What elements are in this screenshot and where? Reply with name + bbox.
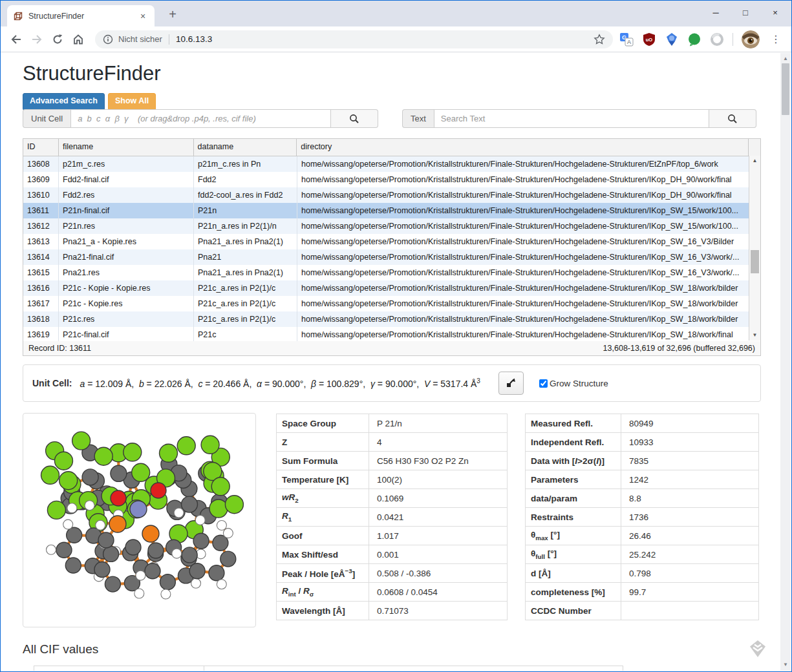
cell-dataname: p21m_c.res in Pn	[194, 156, 297, 172]
reload-icon[interactable]	[47, 29, 68, 50]
page-scrollbar-thumb[interactable]	[782, 63, 789, 115]
property-label: Temperature [K]	[277, 470, 369, 489]
property-value: 80949	[621, 414, 759, 433]
property-row: θmax [°] 26.46	[526, 527, 759, 545]
cell-filename: P21n.res	[59, 218, 194, 234]
table-row[interactable]: 13615 Pna21.res Pna21_a.res in Pna2(1) h…	[23, 265, 760, 280]
all-cif-heading: All CIF values	[23, 642, 98, 656]
page-scrollbar[interactable]: ▲ ▼	[780, 53, 791, 671]
gem-extension-icon[interactable]	[665, 32, 679, 47]
profile-avatar[interactable]	[742, 30, 760, 48]
table-row[interactable]: 13613 Pna21_a - Kopie.res Pna21_a.res in…	[23, 234, 760, 249]
scroll-up-icon[interactable]: ▲	[780, 54, 791, 63]
info-icon[interactable]	[103, 34, 113, 45]
cell-directory: home/wissang/opeterse/Promotion/Kristall…	[297, 327, 750, 342]
ublock-icon[interactable]: uO	[642, 32, 656, 47]
home-icon[interactable]	[68, 29, 89, 50]
scroll-down-icon[interactable]: ▼	[780, 660, 791, 669]
browser-window: StructureFinder × + ─ □ × Nicht sicher 1…	[0, 0, 792, 672]
property-value: 100(2)	[369, 470, 508, 489]
property-value: 26.46	[621, 527, 759, 545]
table-row[interactable]: 13614 Pna21-final.cif Pna21 home/wissang…	[23, 249, 760, 265]
cell-import-icon	[505, 377, 517, 389]
table-row[interactable]: 13616 P21c - Kopie - Kopie.res P21c_a.re…	[23, 280, 760, 296]
minimize-button[interactable]: ─	[701, 1, 731, 25]
table-scrollbar-thumb[interactable]	[751, 250, 759, 273]
property-value: 0.798	[621, 564, 759, 583]
text-search-input[interactable]	[434, 109, 709, 128]
results-table-body: 13608 p21m_c.res p21m_c.res in Pn home/w…	[23, 156, 760, 342]
translate-icon[interactable]: GA	[619, 32, 634, 47]
property-label: Parameters	[526, 470, 621, 489]
url-text[interactable]: 10.6.13.3	[176, 34, 594, 44]
properties-table-right: Measured Refl. 80949 Independent Refl. 1…	[525, 414, 759, 620]
table-row[interactable]: 13608 p21m_c.res p21m_c.res in Pn home/w…	[23, 156, 760, 172]
table-row[interactable]: 13609 Fdd2-final.cif Fdd2 home/wissang/o…	[23, 172, 760, 187]
cell-directory: home/wissang/opeterse/Promotion/Kristall…	[297, 280, 750, 296]
property-value: 1.017	[369, 527, 508, 545]
table-row[interactable]: 13618 P21c.res P21c_a.res in P2(1)/c hom…	[23, 311, 760, 327]
maximize-button[interactable]: □	[731, 1, 760, 25]
column-header-id[interactable]: ID	[23, 139, 59, 156]
cell-directory: home/wissang/opeterse/Promotion/Kristall…	[297, 187, 750, 203]
advanced-search-button[interactable]: Advanced Search	[23, 93, 105, 110]
unit-cell-search-input[interactable]	[70, 109, 331, 128]
property-row: Temperature [K] 100(2)	[277, 470, 508, 489]
property-value: 0.0421	[369, 508, 508, 527]
property-row: Z 4	[277, 433, 508, 452]
table-row[interactable]: 13612 P21n.res P21n_a.res in P2(1)/n hom…	[23, 218, 760, 234]
table-scrollbar[interactable]: ▲ ▼	[749, 156, 760, 341]
gray-extension-icon[interactable]	[710, 32, 724, 47]
property-label: Independent Refl.	[526, 433, 621, 452]
text-search-button[interactable]	[709, 109, 756, 128]
property-value: 8.8	[621, 489, 759, 508]
address-bar[interactable]: Nicht sicher 10.6.13.3	[95, 30, 613, 48]
table-scroll-down-icon[interactable]: ▼	[749, 331, 760, 340]
show-all-button[interactable]: Show All	[108, 93, 156, 110]
unit-cell-caption: Unit Cell:	[32, 378, 72, 388]
close-button[interactable]: ×	[760, 1, 790, 25]
property-label: θfull [°]	[526, 545, 621, 564]
back-icon[interactable]	[6, 29, 27, 50]
table-row[interactable]: 13610 Fdd2.res fdd2-cool_a.res in Fdd2 h…	[23, 187, 760, 203]
unitcell-favicon	[13, 11, 23, 21]
cell-id: 13615	[23, 265, 59, 280]
table-row[interactable]: 13611 P21n-final.cif P21n home/wissang/o…	[23, 203, 760, 218]
table-row[interactable]: 13617 P21c - Kopie.res P21c_a.res in P2(…	[23, 296, 760, 311]
unit-cell-search-button[interactable]	[331, 109, 378, 128]
cell-id: 13617	[23, 296, 59, 311]
property-row: Max Shift/esd 0.001	[277, 545, 508, 564]
browser-tab[interactable]: StructureFinder ×	[7, 5, 155, 26]
table-row[interactable]: 13619 P21c-final.cif P21c home/wissang/o…	[23, 327, 760, 342]
tab-close-icon[interactable]: ×	[137, 11, 149, 21]
cell-action-button[interactable]	[498, 372, 524, 395]
column-header-dataname[interactable]: dataname	[194, 139, 297, 156]
new-tab-button[interactable]: +	[164, 6, 182, 23]
molecule-panel[interactable]	[23, 413, 256, 627]
property-label: CCDC Number	[526, 602, 621, 620]
forward-icon[interactable]	[27, 29, 47, 50]
column-header-directory[interactable]: directory	[297, 139, 749, 156]
property-label: Data with [I>2σ(I)]	[526, 452, 621, 470]
cell-id: 13611	[23, 203, 59, 218]
property-row: Restraints 1736	[526, 508, 759, 527]
grow-structure-checkbox[interactable]	[539, 379, 548, 388]
cell-dataname: P21c	[194, 327, 297, 342]
menu-icon[interactable]: ⋮	[768, 33, 784, 45]
cell-directory: home/wissang/opeterse/Promotion/Kristall…	[297, 296, 750, 311]
property-value: 10933	[621, 433, 759, 452]
property-value: 4	[369, 433, 508, 452]
cell-directory: home/wissang/opeterse/Promotion/Kristall…	[297, 218, 750, 234]
svg-text:uO: uO	[646, 37, 653, 43]
star-icon[interactable]	[594, 34, 605, 45]
green-extension-icon[interactable]	[687, 32, 701, 47]
cell-dataname: Pna21_a.res in Pna2(1)	[194, 265, 297, 280]
column-header-filename[interactable]: filename	[59, 139, 194, 156]
table-scroll-up-icon[interactable]: ▲	[749, 156, 760, 165]
property-value: 1736	[621, 508, 759, 527]
property-value	[621, 602, 759, 620]
property-row: Measured Refl. 80949	[526, 414, 759, 433]
property-row: Sum Formula C56 H30 F30 O2 P2 Zn	[277, 452, 508, 470]
cell-directory: home/wissang/opeterse/Promotion/Kristall…	[297, 172, 750, 187]
cell-directory: home/wissang/opeterse/Promotion/Kristall…	[297, 203, 750, 218]
